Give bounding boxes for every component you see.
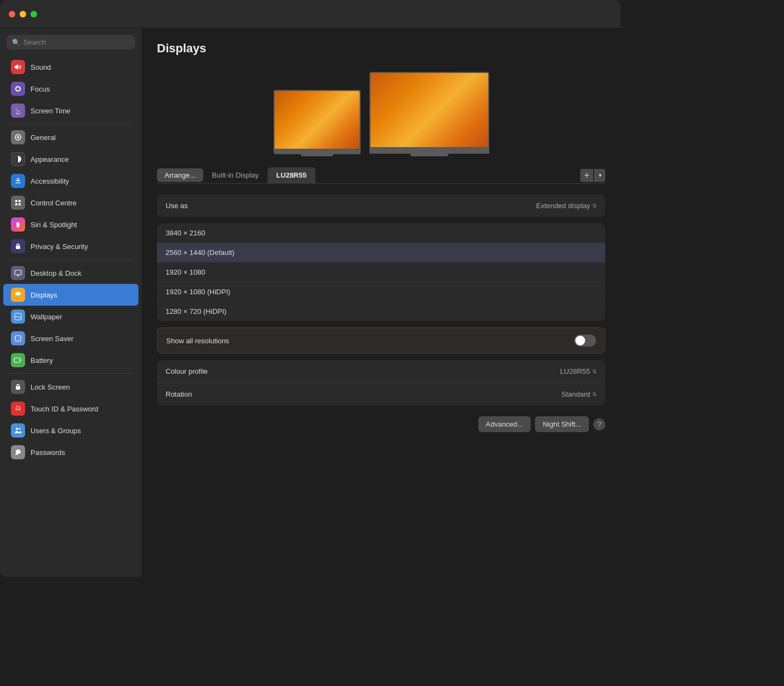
sidebar-item-label-siri: Siri & Spotlight (31, 221, 77, 229)
resolution-item-0[interactable]: 3840 × 2160 (157, 223, 605, 243)
sidebar-divider-2 (8, 259, 134, 260)
window: 🔍 Search Sound Focus Screen (0, 0, 621, 577)
touchid-icon (11, 402, 25, 416)
svg-rect-4 (15, 200, 17, 202)
sidebar-item-label-screensaver: Screen Saver (31, 335, 74, 343)
sidebar-item-label-sound: Sound (31, 63, 51, 71)
battery-icon (11, 353, 25, 367)
sidebar-item-general[interactable]: General (3, 126, 138, 148)
minimize-button[interactable] (20, 11, 26, 17)
use-as-row: Use as Extended display ⇅ (157, 195, 605, 217)
display-dropdown-button[interactable]: ▾ (594, 169, 605, 182)
resolution-list: 3840 × 2160 2560 × 1440 (Default) 1920 ×… (157, 223, 605, 321)
traffic-lights (9, 11, 37, 17)
privacy-icon (11, 239, 25, 253)
sidebar-item-label-accessibility: Accessibility (31, 177, 69, 185)
sidebar-item-displays[interactable]: Displays (3, 284, 138, 306)
sidebar-item-label-displays: Displays (31, 291, 57, 299)
maximize-button[interactable] (31, 11, 37, 17)
help-button[interactable]: ? (593, 418, 605, 430)
sidebar-item-label-wallpaper: Wallpaper (31, 313, 62, 321)
sidebar-divider-3 (8, 373, 134, 374)
displays-icon (11, 288, 25, 302)
use-as-value-text: Extended display (536, 202, 590, 210)
svg-point-1 (17, 136, 19, 138)
rotation-value[interactable]: Standard ⇅ (561, 390, 597, 398)
sidebar-item-label-users: Users & Groups (31, 427, 81, 435)
sidebar-item-siri[interactable]: Siri & Spotlight (3, 214, 138, 235)
tab-arrange[interactable]: Arrange... (157, 168, 203, 182)
resolution-item-3[interactable]: 1920 × 1080 (HiDPI) (157, 282, 605, 302)
sidebar-item-label-battery: Battery (31, 356, 53, 365)
bottom-buttons: Advanced... Night Shift... ? (157, 416, 605, 432)
sidebar-item-appearance[interactable]: Appearance (3, 148, 138, 170)
sidebar-item-label-lockscreen: Lock Screen (31, 383, 70, 391)
colour-profile-row: Colour profile LU28R55 ⇅ (157, 360, 605, 383)
sidebar-item-screensaver[interactable]: Screen Saver (3, 327, 138, 349)
show-all-toggle[interactable] (574, 335, 596, 347)
sidebar-item-label-focus: Focus (31, 85, 50, 93)
search-bar[interactable]: 🔍 Search (7, 35, 135, 50)
tab-built-in[interactable]: Built-in Display (203, 167, 268, 183)
svg-point-3 (17, 178, 19, 180)
use-as-value[interactable]: Extended display ⇅ (536, 202, 597, 210)
resolution-item-2[interactable]: 1920 × 1080 (157, 263, 605, 282)
resolution-item-1[interactable]: 2560 × 1440 (Default) (157, 243, 605, 263)
sidebar-item-control-centre[interactable]: Control Centre (3, 192, 138, 214)
night-shift-button[interactable]: Night Shift... (535, 416, 589, 432)
svg-rect-14 (15, 359, 19, 362)
sidebar-item-lock-screen[interactable]: Lock Screen (3, 376, 138, 398)
svg-point-10 (17, 294, 19, 296)
lockscreen-icon (11, 380, 25, 394)
sidebar-item-label-appearance: Appearance (31, 155, 69, 163)
rotation-row: Rotation Standard ⇅ (157, 383, 605, 405)
sidebar-item-passwords[interactable]: Passwords (3, 441, 138, 463)
sidebar: 🔍 Search Sound Focus Screen (0, 28, 142, 577)
sidebar-item-screen-time[interactable]: Screen Time (3, 100, 138, 122)
sidebar-item-label-screentime: Screen Time (31, 107, 70, 115)
builtin-base (301, 154, 333, 156)
external-screen (369, 72, 489, 148)
sidebar-item-desktop-dock[interactable]: Desktop & Dock (3, 262, 138, 284)
close-button[interactable] (9, 11, 15, 17)
appearance-icon (11, 152, 25, 166)
show-all-row[interactable]: Show all resolutions (157, 327, 605, 354)
toggle-knob (575, 336, 585, 345)
tab-lu28r55[interactable]: LU28R55 (268, 167, 315, 183)
svg-point-16 (16, 428, 18, 430)
sidebar-item-privacy[interactable]: Privacy & Security (3, 235, 138, 257)
sidebar-item-touchid[interactable]: Touch ID & Password (3, 398, 138, 420)
sidebar-item-accessibility[interactable]: Accessibility (3, 170, 138, 192)
sound-icon (11, 60, 25, 74)
sidebar-item-label-passwords: Passwords (31, 448, 65, 457)
builtin-stand (274, 150, 361, 154)
svg-rect-9 (15, 270, 21, 275)
builtin-screen (274, 90, 361, 150)
svg-rect-7 (19, 203, 21, 205)
sidebar-item-label-privacy: Privacy & Security (31, 242, 88, 251)
advanced-button[interactable]: Advanced... (478, 416, 531, 432)
right-panel: Displays (142, 28, 621, 577)
resolution-item-4[interactable]: 1280 × 720 (HiDPI) (157, 302, 605, 321)
colour-profile-value[interactable]: LU28R55 ⇅ (560, 367, 597, 375)
sidebar-item-users[interactable]: Users & Groups (3, 420, 138, 441)
svg-rect-5 (19, 200, 21, 202)
svg-rect-15 (16, 386, 20, 390)
svg-rect-12 (15, 336, 21, 341)
sidebar-item-label-general: General (31, 133, 56, 142)
general-icon (11, 130, 25, 144)
sidebar-item-sound[interactable]: Sound (3, 56, 138, 78)
built-in-display-preview (274, 90, 361, 156)
sidebar-item-wallpaper[interactable]: Wallpaper (3, 306, 138, 327)
rotation-stepper-icon: ⇅ (592, 391, 597, 397)
wallpaper-icon (11, 309, 25, 324)
sidebar-item-battery[interactable]: Battery (3, 349, 138, 371)
sidebar-item-focus[interactable]: Focus (3, 78, 138, 100)
rotation-label: Rotation (166, 390, 192, 398)
sidebar-divider-1 (8, 124, 134, 124)
add-display-button[interactable]: + (580, 169, 593, 182)
colour-stepper-icon: ⇅ (592, 368, 597, 374)
siri-icon (11, 217, 25, 232)
external-wallpaper (370, 73, 488, 147)
svg-rect-8 (16, 246, 20, 249)
